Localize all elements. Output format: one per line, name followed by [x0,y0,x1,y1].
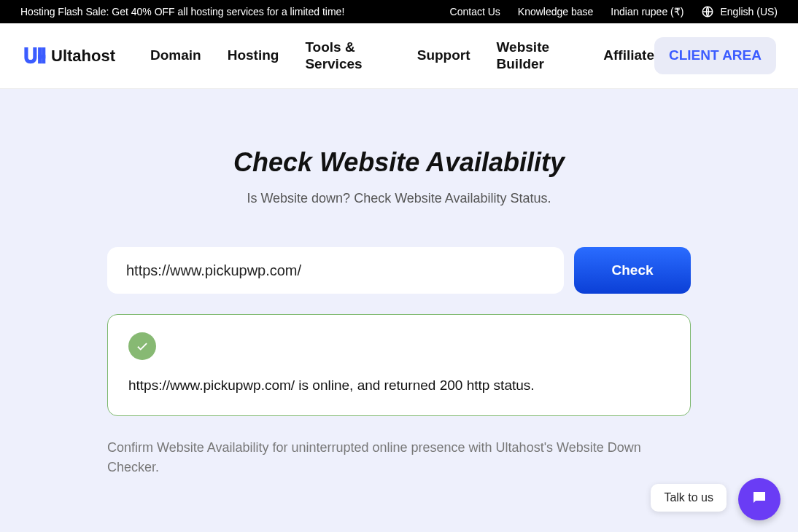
page-subtitle: Is Website down? Check Website Availabil… [107,191,691,206]
logo[interactable]: Ultahost [22,44,115,69]
knowledge-base-link[interactable]: Knowledge base [518,6,594,17]
logo-text: Ultahost [51,47,115,66]
nav-domain[interactable]: Domain [150,39,201,73]
nav-hosting[interactable]: Hosting [228,39,279,73]
url-check-form: Check [107,247,691,294]
chat-fab[interactable] [738,478,780,520]
nav-support[interactable]: Support [417,39,470,73]
nav-affiliate[interactable]: Affiliate [603,39,654,73]
hero-section: Check Website Availability Is Website do… [0,89,798,532]
sale-text: Hosting Flash Sale: Get 40% OFF all host… [20,6,344,17]
globe-icon [701,5,714,18]
result-message: https://www.pickupwp.com/ is online, and… [128,378,670,394]
main-nav: Ultahost Domain Hosting Tools & Services… [0,23,798,89]
url-input[interactable] [107,247,564,294]
chat-icon [751,489,768,509]
chat-label[interactable]: Talk to us [651,484,727,512]
top-announcement-bar: Hosting Flash Sale: Get 40% OFF all host… [0,0,798,23]
logo-icon [22,44,47,69]
check-button[interactable]: Check [574,247,691,294]
contact-us-link[interactable]: Contact Us [450,6,500,17]
svg-rect-3 [42,47,45,63]
success-check-icon [128,332,156,360]
nav-tools-services[interactable]: Tools & Services [305,39,390,73]
footer-note: Confirm Website Availability for uninter… [107,438,691,477]
page-title: Check Website Availability [107,147,691,178]
result-panel: https://www.pickupwp.com/ is online, and… [107,314,691,416]
client-area-button[interactable]: CLIENT AREA [654,37,776,74]
language-selector[interactable]: English (US) [701,5,778,18]
nav-website-builder[interactable]: Website Builder [497,39,578,73]
language-label: English (US) [720,6,778,17]
currency-selector[interactable]: Indian rupee (₹) [611,6,683,17]
